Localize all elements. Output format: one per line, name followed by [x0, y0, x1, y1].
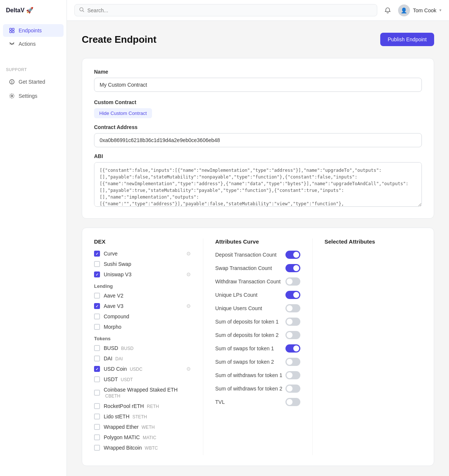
- page-title: Create Endpoint: [82, 34, 156, 45]
- sidebar-item-label: Get Started: [19, 79, 45, 85]
- user-menu[interactable]: 👤 Tom Cook ▾: [398, 4, 442, 16]
- busd-checkbox[interactable]: [94, 345, 100, 351]
- wbtc-checkbox[interactable]: [94, 445, 100, 451]
- toggle-sum-deposits-token1: Sum of deposits for token 1: [215, 318, 300, 326]
- usdc-gear-icon[interactable]: ⚙: [186, 366, 191, 372]
- dex-column: DEX Curve ⚙: [94, 238, 203, 455]
- content-wrapper: Create Endpoint Publish Endpoint Name Cu…: [67, 21, 449, 476]
- custom-contract-label: Custom Contract: [94, 99, 422, 105]
- steth-checkbox[interactable]: [94, 414, 100, 419]
- search-icon: [79, 7, 84, 13]
- curve-label: Curve: [104, 251, 117, 257]
- lending-item-aave-v2: Aave V2: [94, 293, 191, 299]
- notification-button[interactable]: [382, 4, 394, 16]
- sum-swaps-token1-toggle[interactable]: [285, 344, 300, 353]
- contract-address-input[interactable]: [94, 133, 422, 147]
- sidebar: DeltaV 🚀 Endpoints: [0, 0, 67, 476]
- abi-textarea[interactable]: [{"constant":false,"inputs":[{"name":"ne…: [94, 162, 422, 207]
- wbtc-label: Wrapped Bitcoin WBTC: [104, 445, 158, 451]
- sum-withdraws-token2-toggle[interactable]: [285, 385, 300, 393]
- unique-lps-count-toggle[interactable]: [285, 291, 300, 299]
- toggle-sum-withdraws-token2: Sum of withdraws for token 2: [215, 385, 300, 393]
- reth-checkbox[interactable]: [94, 403, 100, 409]
- tvl-toggle[interactable]: [285, 398, 300, 406]
- selected-attributes-title: Selected Attributes: [324, 238, 416, 245]
- toggle-withdraw-tx-count: Withdraw Transaction Count: [215, 277, 300, 286]
- hide-custom-contract-button[interactable]: Hide Custom Contract: [94, 108, 152, 118]
- toggle-deposit-tx-count: Deposit Transaction Count: [215, 251, 300, 259]
- steth-label: Lido stETH STETH: [104, 414, 147, 419]
- search-box[interactable]: [74, 4, 377, 16]
- app-logo: DeltaV 🚀: [0, 0, 67, 20]
- aave-v2-label: Aave V2: [104, 293, 123, 299]
- morpho-checkbox[interactable]: [94, 324, 100, 330]
- token-item-busd: BUSD BUSD: [94, 345, 191, 351]
- publish-button[interactable]: Publish Endpoint: [380, 33, 434, 46]
- usdc-label: USD Coin USDC: [104, 366, 142, 372]
- logo-text: DeltaV 🚀: [6, 7, 33, 14]
- svg-line-10: [83, 11, 84, 12]
- toggle-tvl: TVL: [215, 398, 300, 406]
- dai-label: DAI DAI: [104, 356, 123, 361]
- name-label: Name: [94, 69, 422, 75]
- search-input[interactable]: [87, 7, 372, 13]
- curve-checkbox[interactable]: [94, 251, 100, 257]
- svg-rect-0: [10, 28, 12, 30]
- sidebar-item-settings[interactable]: Settings: [3, 90, 64, 102]
- sum-swaps-token2-toggle[interactable]: [285, 358, 300, 366]
- token-item-reth: RocketPool rETH RETH: [94, 403, 191, 409]
- matic-checkbox[interactable]: [94, 434, 100, 440]
- support-label: Support: [0, 61, 67, 75]
- endpoints-icon: [9, 28, 15, 33]
- sum-deposits-token2-toggle[interactable]: [285, 331, 300, 339]
- matic-label: Polygon MATIC MATIC: [104, 434, 156, 440]
- dex-item-sushi: Sushi Swap: [94, 261, 191, 267]
- dex-title: DEX: [94, 238, 191, 245]
- cbeth-label: Coinbase Wrapped Staked ETH CBETH: [104, 387, 191, 399]
- aave-v2-checkbox[interactable]: [94, 293, 100, 299]
- user-name: Tom Cook: [413, 7, 436, 13]
- lending-item-aave-v3: Aave V3 ⚙: [94, 303, 191, 309]
- aave-v3-checkbox[interactable]: [94, 303, 100, 309]
- curve-gear-icon[interactable]: ⚙: [186, 251, 191, 257]
- svg-point-7: [12, 83, 12, 83]
- toggle-unique-lps-count: Unique LPs Count: [215, 291, 300, 299]
- topbar-right: 👤 Tom Cook ▾: [382, 4, 442, 16]
- aave-v3-gear-icon[interactable]: ⚙: [186, 303, 191, 309]
- config-section: DEX Curve ⚙: [82, 228, 434, 466]
- custom-contract-group: Custom Contract Hide Custom Contract Con…: [94, 99, 422, 208]
- sidebar-item-actions[interactable]: Actions: [3, 38, 64, 50]
- deposit-tx-count-toggle[interactable]: [285, 251, 300, 259]
- sidebar-item-get-started[interactable]: Get Started: [3, 75, 64, 88]
- sushi-checkbox[interactable]: [94, 261, 100, 267]
- sum-withdraws-token1-toggle[interactable]: [285, 371, 300, 379]
- avatar: 👤: [398, 4, 410, 16]
- weth-label: Wrapped Ether WETH: [104, 424, 155, 430]
- toggle-sum-deposits-token2: Sum of deposits for token 2: [215, 331, 300, 339]
- usdt-label: USDT USDT: [104, 376, 133, 382]
- uniswap-label: Uniswap V3: [104, 271, 132, 277]
- weth-checkbox[interactable]: [94, 424, 100, 430]
- name-input[interactable]: [94, 78, 422, 92]
- uniswap-gear-icon[interactable]: ⚙: [186, 271, 191, 277]
- chevron-down-icon: ▾: [439, 8, 442, 13]
- compound-label: Compound: [104, 313, 129, 319]
- token-item-usdt: USDT USDT: [94, 376, 191, 382]
- withdraw-tx-count-toggle[interactable]: [285, 277, 300, 286]
- aave-v3-label: Aave V3: [104, 303, 123, 309]
- usdc-checkbox[interactable]: [94, 366, 100, 372]
- unique-users-count-toggle[interactable]: [285, 304, 300, 312]
- attributes-column: Attributes Curve Deposit Transaction Cou…: [203, 238, 313, 455]
- sidebar-item-endpoints[interactable]: Endpoints: [3, 24, 64, 37]
- sum-deposits-token1-toggle[interactable]: [285, 318, 300, 326]
- lending-title: Lending: [94, 283, 191, 289]
- usdt-checkbox[interactable]: [94, 376, 100, 382]
- compound-checkbox[interactable]: [94, 313, 100, 319]
- token-item-steth: Lido stETH STETH: [94, 414, 191, 419]
- content: Create Endpoint Publish Endpoint Name Cu…: [67, 21, 449, 476]
- dai-checkbox[interactable]: [94, 356, 100, 361]
- settings-icon: [9, 93, 15, 99]
- swap-tx-count-toggle[interactable]: [285, 264, 300, 272]
- cbeth-checkbox[interactable]: [94, 390, 100, 396]
- uniswap-checkbox[interactable]: [94, 271, 100, 277]
